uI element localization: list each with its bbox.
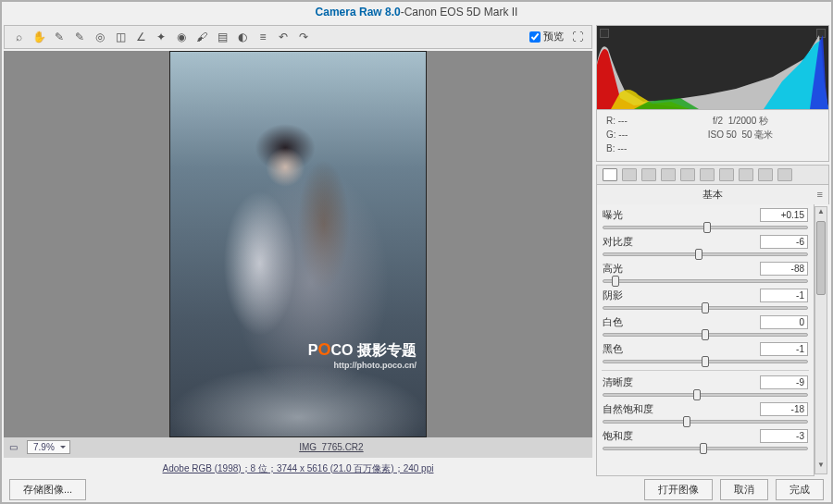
scroll-thumb[interactable] — [816, 221, 826, 295]
histogram[interactable] — [596, 25, 829, 110]
hand-tool-icon[interactable]: ✋ — [32, 31, 45, 43]
slider-exposure: 曝光+0.15 — [600, 206, 811, 233]
slider-label-exposure: 曝光 — [603, 208, 756, 222]
targeted-adjust-icon[interactable]: ◎ — [93, 31, 106, 43]
rotate-right-icon[interactable]: ↷ — [297, 31, 310, 43]
tab-fx[interactable] — [719, 168, 734, 181]
camera-model: Canon EOS 5D Mark II — [404, 6, 518, 18]
preview-toggle[interactable]: 预览 — [529, 30, 564, 43]
tab-split[interactable] — [680, 168, 695, 181]
slider-value-exposure[interactable]: +0.15 — [760, 208, 808, 222]
slider-value-shadows[interactable]: -1 — [760, 289, 808, 302]
panel-menu-icon[interactable]: ≡ — [817, 189, 823, 200]
slider-label-vibrance: 自然饱和度 — [603, 402, 756, 416]
slider-track-exposure[interactable] — [603, 226, 808, 229]
panel-scrollbar[interactable]: ▲ ▼ — [814, 206, 827, 474]
slider-label-saturation: 饱和度 — [603, 429, 756, 443]
preview-image: POCO 摄影专题 http://photo.poco.cn/ — [169, 51, 427, 437]
slider-value-highlights[interactable]: -88 — [760, 262, 808, 276]
slider-track-highlights[interactable] — [603, 279, 808, 283]
spot-removal-icon[interactable]: ✦ — [155, 31, 168, 43]
adjust-brush-icon[interactable]: 🖌 — [195, 31, 208, 43]
tab-detail[interactable] — [641, 168, 656, 181]
tab-basic[interactable] — [603, 168, 617, 181]
slider-label-whites: 白色 — [603, 315, 756, 329]
scroll-down-icon[interactable]: ▼ — [815, 461, 827, 473]
prefs-icon[interactable]: ≡ — [256, 31, 269, 43]
slider-clarity: 清晰度-9 — [600, 374, 811, 400]
radial-filter-icon[interactable]: ◐ — [236, 31, 249, 43]
slider-label-highlights: 高光 — [603, 262, 756, 276]
cancel-button[interactable]: 取消 — [720, 479, 768, 500]
tab-lens[interactable] — [700, 168, 715, 181]
slider-value-whites[interactable]: 0 — [760, 315, 808, 329]
slider-value-clarity[interactable]: -9 — [760, 375, 808, 389]
slider-blacks: 黑色-1 — [600, 340, 811, 367]
exif-panel: R: --- G: --- B: --- f/2 1/2000 秒 ISO 50… — [596, 110, 829, 162]
zoom-tool-icon[interactable]: ⌕ — [12, 31, 25, 43]
slider-saturation: 饱和度-3 — [600, 427, 811, 454]
slider-label-contrast: 对比度 — [603, 235, 756, 249]
tab-curve[interactable] — [622, 168, 637, 181]
app-name: Camera Raw 8.0 — [316, 6, 401, 18]
slider-value-contrast[interactable]: -6 — [760, 235, 808, 249]
tab-presets[interactable] — [758, 168, 773, 181]
slider-shadows: 阴影-1 — [600, 287, 811, 313]
tab-snapshots[interactable] — [777, 168, 792, 181]
sliders-panel: 曝光+0.15对比度-6高光-88阴影-1白色0黑色-1清晰度-9自然饱和度-1… — [596, 204, 814, 476]
slider-track-saturation[interactable] — [603, 447, 808, 450]
crop-tool-icon[interactable]: ◫ — [114, 31, 127, 43]
done-button[interactable]: 完成 — [776, 479, 824, 500]
watermark: POCO 摄影专题 http://photo.poco.cn/ — [308, 339, 416, 372]
image-preview-area[interactable]: POCO 摄影专题 http://photo.poco.cn/ — [4, 51, 592, 437]
slider-value-saturation[interactable]: -3 — [760, 429, 808, 443]
eyedropper-icon[interactable]: ✎ — [53, 31, 66, 43]
slider-track-vibrance[interactable] — [603, 420, 808, 424]
save-image-button[interactable]: 存储图像... — [9, 479, 86, 500]
slider-label-blacks: 黑色 — [603, 342, 756, 356]
slider-label-shadows: 阴影 — [603, 289, 756, 302]
slider-highlights: 高光-88 — [600, 260, 811, 287]
scroll-up-icon[interactable]: ▲ — [815, 207, 827, 220]
slider-contrast: 对比度-6 — [600, 233, 811, 260]
redeye-tool-icon[interactable]: ◉ — [175, 31, 188, 43]
slider-track-clarity[interactable] — [603, 393, 808, 397]
graduated-filter-icon[interactable]: ▤ — [216, 31, 229, 43]
slider-track-whites[interactable] — [603, 333, 808, 337]
slider-value-vibrance[interactable]: -18 — [760, 402, 808, 416]
slider-track-contrast[interactable] — [603, 252, 808, 256]
slider-track-shadows[interactable] — [603, 306, 808, 310]
panel-title: 基本 ≡ — [596, 185, 829, 204]
slider-whites: 白色0 — [600, 313, 811, 340]
zoom-select[interactable]: 7.9% — [27, 440, 70, 454]
rotate-left-icon[interactable]: ↶ — [277, 31, 290, 43]
open-image-button[interactable]: 打开图像 — [644, 479, 713, 500]
slider-label-clarity: 清晰度 — [603, 375, 756, 389]
toolbar: ⌕ ✋ ✎ ✎ ◎ ◫ ∠ ✦ ◉ 🖌 ▤ ◐ ≡ ↶ ↷ 预览 — [4, 25, 592, 49]
tab-calib[interactable] — [739, 168, 753, 181]
tab-hsl[interactable] — [661, 168, 676, 181]
preview-checkbox[interactable] — [529, 31, 541, 43]
color-sampler-icon[interactable]: ✎ — [73, 31, 86, 43]
fullscreen-icon[interactable]: ⛶ — [571, 31, 584, 43]
workflow-info[interactable]: Adobe RGB (1998)；8 位；3744 x 5616 (21.0 百… — [2, 460, 594, 478]
filename-label: IMG_7765.CR2 — [70, 442, 592, 452]
slider-track-blacks[interactable] — [603, 360, 808, 363]
slider-value-blacks[interactable]: -1 — [760, 342, 808, 356]
panel-tabs — [596, 165, 829, 185]
straighten-tool-icon[interactable]: ∠ — [134, 31, 147, 43]
title-bar: Camera Raw 8.0 - Canon EOS 5D Mark II — [2, 2, 831, 23]
slider-vibrance: 自然饱和度-18 — [600, 400, 811, 427]
